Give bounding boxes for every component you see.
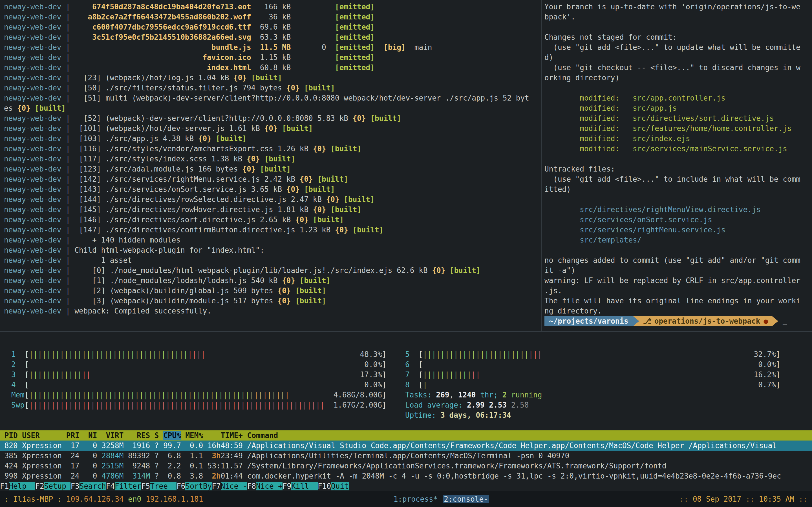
process-row[interactable]: 424 Xpression 17 0 2515M 9248 ? 2.2 0.1 … — [0, 461, 812, 471]
text-segment: en0 — [124, 495, 146, 503]
pipe-separator: | — [66, 94, 74, 102]
fkey-item-f9[interactable]: F9Kill — [283, 482, 318, 490]
git-status-line: modified: src/features/home/home.control… — [545, 123, 812, 133]
service-name: neway-web-dev — [4, 124, 66, 133]
text-segment: [117] ./src/styles/index.scss 1.38 kB — [74, 155, 246, 163]
meter-bar-cpu6: 0.0% — [423, 359, 776, 370]
text-segment: 674f50d287a8c48dc19ba404d20fe713.eot — [92, 3, 251, 11]
process-table-header[interactable]: PID USER PRI NI VIRT RES S CPU% MEM% TIM… — [0, 431, 812, 441]
pipe-separator: | — [66, 63, 74, 72]
fkey-item-f2[interactable]: F2Setup — [35, 482, 70, 490]
meter-bar-cpu7: |||||||||||||16.2% — [423, 370, 776, 380]
pipe-separator: | — [66, 13, 74, 21]
service-name: neway-web-dev — [4, 256, 66, 265]
text-segment: [52] (webpack)-dev-server/client?http://… — [74, 114, 352, 122]
fkey-item-f7[interactable]: F7Nice - — [212, 482, 247, 490]
prompt-git-segment: ⎇operations/js-to-webpack● — [639, 316, 772, 326]
git-status-line: src/services/onSort.service.js — [545, 215, 812, 225]
process-row[interactable]: 998 Xpression 24 0 4786M 314M ? 0.8 3.8 … — [0, 471, 812, 481]
webpack-log-line: neway-web-dev | 674f50d287a8c48dc19ba404… — [4, 2, 541, 12]
text-segment: ng directory. — [545, 307, 602, 315]
git-status-line: warning: LF will be replaced by CRLF in … — [545, 276, 812, 286]
process-row[interactable]: 385 Xpression 24 0 2884M 89392 ? 6.8 1.1… — [0, 451, 812, 461]
fkey-label: Setup — [44, 482, 71, 490]
text-segment — [123, 472, 132, 480]
service-name: neway-web-dev — [4, 155, 66, 163]
fkey-item-f5[interactable]: F5Tree — [141, 482, 176, 490]
text-segment: {0} — [282, 276, 295, 285]
bar-fill: || — [82, 371, 91, 379]
bar-fill: |||||||||||| — [29, 371, 82, 379]
webpack-log-line: neway-web-dev | [145] ./src/directives/r… — [4, 205, 541, 215]
text-segment: modified: src/app.js — [545, 104, 677, 112]
htop-function-key-bar: F1Help F2Setup F3SearchF4FilterF5Tree F6… — [0, 481, 812, 491]
meter-bracket: [ — [24, 401, 29, 409]
webpack-log-line: neway-web-dev | [143] ./src/services/onS… — [4, 184, 541, 194]
text-segment — [326, 145, 331, 153]
fkey-label: Help — [9, 482, 35, 490]
pipe-separator: | — [66, 134, 74, 143]
terminal-screen: neway-web-dev | 674f50d287a8c48dc19ba404… — [0, 0, 812, 507]
terminal-cursor[interactable]: _ — [783, 316, 787, 326]
pipe-separator: | — [66, 205, 74, 214]
pipe-separator: | — [66, 23, 74, 31]
text-segment: {0} — [278, 297, 291, 305]
meter-cpu2: 2 [0.0%] — [11, 359, 387, 370]
text-segment — [375, 43, 384, 52]
meter-bracket: ] — [776, 350, 780, 358]
git-status-line: Changes not staged for commit: — [545, 32, 812, 42]
service-name: neway-web-dev — [4, 276, 66, 285]
webpack-log-line: neway-web-dev | [0] ./node_modules/html-… — [4, 265, 541, 276]
text-segment: {0} — [313, 205, 326, 214]
text-segment: [built] — [295, 286, 326, 295]
pipe-separator: | — [66, 307, 74, 315]
meter-bracket: [ — [418, 350, 423, 358]
text-segment: {0} — [295, 216, 308, 224]
webpack-log-line: neway-web-dev | [50] ./src/filters/statu… — [4, 83, 541, 93]
text-segment: (use "git add <file>..." to update what … — [545, 43, 801, 52]
text-segment: [built] — [35, 104, 66, 112]
tmux-window-1[interactable]: 1:process* — [394, 495, 438, 503]
git-status-line: modified: src/app.js — [545, 103, 812, 113]
tmux-window-2[interactable]: 2:console- — [443, 495, 489, 503]
text-segment: [emitted] — [335, 63, 375, 72]
text-segment: {0} — [335, 226, 348, 234]
process-row[interactable]: 820 Xpression 17 0 3258M 1916 ? 99.7 0.0… — [0, 441, 812, 451]
text-segment: [emitted] — [335, 23, 375, 31]
git-status-line — [545, 154, 812, 164]
webpack-log-line: neway-web-dev | [2] (webpack)/buildin/gl… — [4, 286, 541, 296]
bar-fill: ||||||||| — [250, 391, 289, 399]
text-segment — [340, 195, 344, 204]
fkey-item-f6[interactable]: F6SortBy — [176, 482, 212, 490]
text-segment — [366, 114, 370, 122]
text-segment: a8b2ce7a2ff66443472b455ad860b202.woff — [88, 13, 251, 21]
text-segment: [2] (webpack)/buildin/global.js 509 byte… — [74, 286, 277, 295]
text-segment: [103] ./src/app.js 4.38 kB — [74, 134, 198, 143]
text-segment: {0} — [234, 73, 247, 82]
fkey-item-f8[interactable]: F8Nice + — [247, 482, 283, 490]
meter-cpu7: 7 [|||||||||||||16.2%] — [405, 370, 780, 380]
text-segment: Child html-webpack-plugin for "index.htm… — [74, 246, 264, 255]
text-segment: orking directory) — [545, 73, 619, 82]
service-name: neway-web-dev — [4, 114, 66, 122]
fkey-item-f4[interactable]: F4Filter — [106, 482, 141, 490]
fkey-label: Nice - — [221, 482, 247, 490]
text-segment: 89392 ? 6.8 1.1 — [123, 452, 212, 460]
meter-cpu4: 4 [0.0%] — [11, 380, 387, 390]
text-segment: (use "git add <file>..." to include in w… — [545, 175, 801, 183]
meter-label: 8 — [405, 381, 418, 389]
powerline-arrow-icon — [633, 316, 639, 326]
meter-value: 1.67G/2.00G — [334, 400, 382, 410]
text-segment: 2515M — [101, 462, 123, 470]
fkey-number: F10 — [318, 482, 331, 490]
fkey-item-f3[interactable]: F3Search — [70, 482, 106, 490]
fkey-item-f10[interactable]: F10Quit — [318, 482, 349, 490]
fkey-item-f1[interactable]: F1Help — [0, 482, 35, 490]
text-segment: src/services/onSort.service.js — [545, 216, 712, 224]
meter-bar-cpu8: |0.7% — [423, 380, 776, 390]
text-segment: 3h — [212, 452, 220, 460]
prompt-branch-name: operations/js-to-webpack — [654, 316, 760, 326]
text-segment: 11.5 MB — [251, 43, 291, 52]
webpack-log-line: neway-web-dev | [51] multi (webpack)-dev… — [4, 93, 541, 103]
pipe-separator: | — [66, 175, 74, 183]
